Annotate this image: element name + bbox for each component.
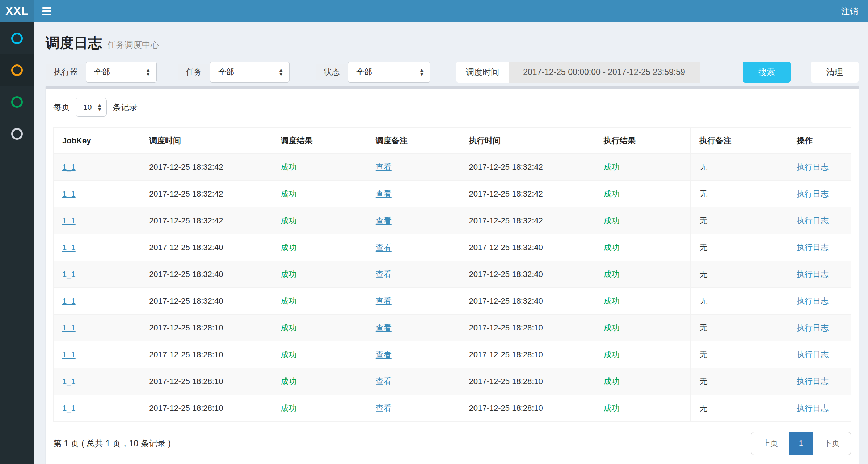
trigger-result-cell: 成功	[272, 368, 367, 395]
trigger-time-filter-label: 调度时间	[456, 62, 509, 83]
column-header: 执行结果	[595, 128, 690, 154]
column-header: 操作	[788, 128, 851, 154]
execution-log-link[interactable]: 执行日志	[797, 296, 829, 305]
handle-result-cell: 成功	[595, 315, 690, 341]
executor-select[interactable]: 全部 ▲▼	[86, 62, 157, 83]
handle-msg-cell: 无	[691, 261, 788, 288]
job-filter-label: 任务	[178, 64, 210, 80]
trigger-msg-link[interactable]: 查看	[376, 296, 392, 305]
circle-icon	[11, 33, 23, 44]
executor-filter-group: 执行器 全部 ▲▼	[46, 62, 157, 83]
select-arrows-icon: ▲▼	[272, 68, 283, 76]
column-header: 调度备注	[367, 128, 460, 154]
job-key-link[interactable]: 1_1	[62, 270, 76, 279]
table-row: 1_1 2017-12-25 18:32:42 成功 查看 2017-12-25…	[54, 154, 851, 181]
job-key-link[interactable]: 1_1	[62, 350, 76, 359]
table-row: 1_1 2017-12-25 18:32:40 成功 查看 2017-12-25…	[54, 234, 851, 261]
trigger-result-cell: 成功	[272, 288, 367, 315]
select-arrows-icon: ▲▼	[413, 68, 424, 76]
current-page-button[interactable]: 1	[789, 432, 813, 455]
page-size-suffix-label: 条记录	[113, 102, 138, 113]
handle-msg-cell: 无	[691, 181, 788, 207]
table-row: 1_1 2017-12-25 18:28:10 成功 查看 2017-12-25…	[54, 368, 851, 395]
trigger-msg-link[interactable]: 查看	[376, 270, 392, 279]
trigger-msg-link[interactable]: 查看	[376, 350, 392, 359]
clear-logs-button[interactable]: 清理	[811, 62, 859, 83]
page-subtitle: 任务调度中心	[107, 39, 159, 51]
sidebar-toggle-button[interactable]	[37, 0, 56, 22]
execution-log-link[interactable]: 执行日志	[797, 163, 829, 172]
execution-log-link[interactable]: 执行日志	[797, 243, 829, 252]
handle-msg-cell: 无	[691, 234, 788, 261]
handle-msg-cell: 无	[691, 207, 788, 234]
job-key-link[interactable]: 1_1	[62, 243, 76, 252]
trigger-msg-link[interactable]: 查看	[376, 189, 392, 198]
execution-log-link[interactable]: 执行日志	[797, 216, 829, 225]
handle-msg-cell: 无	[691, 315, 788, 341]
page-size-control: 每页 10 ▲▼ 条记录	[53, 98, 851, 117]
job-key-link[interactable]: 1_1	[62, 163, 76, 172]
job-key-link[interactable]: 1_1	[62, 216, 76, 225]
hamburger-icon	[42, 7, 51, 9]
search-button[interactable]: 搜索	[743, 62, 791, 83]
table-row: 1_1 2017-12-25 18:32:40 成功 查看 2017-12-25…	[54, 261, 851, 288]
trigger-msg-link[interactable]: 查看	[376, 163, 392, 172]
column-header: 调度时间	[140, 128, 272, 154]
sidebar-item-1[interactable]	[0, 22, 34, 54]
app-logo[interactable]: XXL	[0, 0, 34, 22]
job-key-link[interactable]: 1_1	[62, 296, 76, 305]
next-page-button[interactable]: 下页	[813, 432, 851, 455]
handle-time-cell: 2017-12-25 18:32:42	[460, 154, 595, 181]
trigger-result-cell: 成功	[272, 207, 367, 234]
trigger-result-cell: 成功	[272, 315, 367, 341]
trigger-msg-link[interactable]: 查看	[376, 216, 392, 225]
job-key-link[interactable]: 1_1	[62, 404, 76, 413]
trigger-time-cell: 2017-12-25 18:32:40	[140, 234, 272, 261]
handle-time-cell: 2017-12-25 18:32:42	[460, 207, 595, 234]
prev-page-button[interactable]: 上页	[751, 432, 789, 455]
trigger-time-cell: 2017-12-25 18:28:10	[140, 368, 272, 395]
select-arrows-icon: ▲▼	[92, 103, 102, 111]
page-title: 调度日志	[46, 33, 102, 53]
execution-log-link[interactable]: 执行日志	[797, 404, 829, 413]
handle-msg-cell: 无	[691, 288, 788, 315]
job-select[interactable]: 全部 ▲▼	[210, 62, 290, 83]
trigger-time-cell: 2017-12-25 18:32:40	[140, 288, 272, 315]
trigger-time-range-input[interactable]: 2017-12-25 00:00:00 - 2017-12-25 23:59:5…	[509, 62, 700, 83]
job-key-link[interactable]: 1_1	[62, 377, 76, 386]
executor-select-value: 全部	[94, 67, 110, 77]
handle-time-cell: 2017-12-25 18:32:40	[460, 288, 595, 315]
trigger-time-filter-group: 调度时间 2017-12-25 00:00:00 - 2017-12-25 23…	[456, 62, 700, 83]
status-select[interactable]: 全部 ▲▼	[348, 62, 430, 83]
page-size-select[interactable]: 10 ▲▼	[76, 98, 107, 117]
handle-time-cell: 2017-12-25 18:32:40	[460, 261, 595, 288]
sidebar-menu	[0, 22, 34, 464]
trigger-msg-link[interactable]: 查看	[376, 323, 392, 332]
execution-log-link[interactable]: 执行日志	[797, 270, 829, 279]
trigger-msg-link[interactable]: 查看	[376, 243, 392, 252]
job-select-value: 全部	[218, 67, 234, 77]
execution-log-link[interactable]: 执行日志	[797, 350, 829, 359]
circle-icon	[11, 64, 23, 76]
trigger-time-cell: 2017-12-25 18:32:42	[140, 181, 272, 207]
execution-log-link[interactable]: 执行日志	[797, 189, 829, 198]
handle-msg-cell: 无	[691, 154, 788, 181]
job-key-link[interactable]: 1_1	[62, 323, 76, 332]
handle-result-cell: 成功	[595, 288, 690, 315]
table-row: 1_1 2017-12-25 18:32:42 成功 查看 2017-12-25…	[54, 207, 851, 234]
sidebar-item-3[interactable]	[0, 86, 34, 118]
execution-log-link[interactable]: 执行日志	[797, 323, 829, 332]
trigger-time-cell: 2017-12-25 18:28:10	[140, 341, 272, 368]
execution-log-link[interactable]: 执行日志	[797, 377, 829, 386]
sidebar-item-4[interactable]	[0, 118, 34, 150]
trigger-msg-link[interactable]: 查看	[376, 377, 392, 386]
table-row: 1_1 2017-12-25 18:28:10 成功 查看 2017-12-25…	[54, 341, 851, 368]
select-arrows-icon: ▲▼	[139, 68, 151, 76]
sidebar-item-2[interactable]	[0, 54, 34, 86]
pagination-info: 第 1 页 ( 总共 1 页，10 条记录 )	[53, 438, 171, 449]
dispatch-log-table: JobKey调度时间调度结果调度备注执行时间执行结果执行备注操作 1_1 201…	[53, 127, 851, 422]
trigger-result-cell: 成功	[272, 261, 367, 288]
job-key-link[interactable]: 1_1	[62, 189, 76, 198]
trigger-msg-link[interactable]: 查看	[376, 404, 392, 413]
logout-link[interactable]: 注销	[831, 0, 868, 22]
